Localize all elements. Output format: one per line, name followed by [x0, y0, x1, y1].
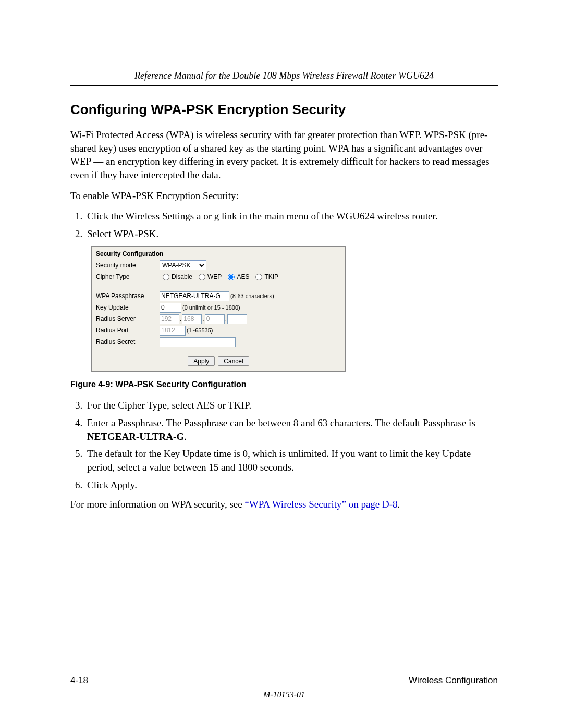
cancel-button[interactable]: Cancel	[218, 356, 249, 366]
document-page: Reference Manual for the Double 108 Mbps…	[0, 0, 563, 728]
label-key-update: Key Update	[96, 304, 160, 311]
step-4-pre: Enter a Passphrase. The Passphrase can b…	[87, 417, 475, 428]
label-passphrase: WPA Passphrase	[96, 292, 160, 300]
steps-list-top: Click the Wireless Settings a or g link …	[70, 209, 498, 240]
radius-port-note: (1~65535)	[187, 327, 213, 334]
radius-port-input[interactable]	[160, 326, 186, 336]
cipher-tkip-radio[interactable]	[255, 274, 262, 280]
ip-octet-4[interactable]	[227, 314, 247, 324]
running-head: Reference Manual for the Double 108 Mbps…	[70, 70, 498, 85]
label-security-mode: Security mode	[96, 262, 160, 269]
cipher-wep-label: WEP	[207, 273, 222, 280]
cipher-aes-radio[interactable]	[228, 274, 235, 280]
radius-server-ip: ...	[160, 314, 247, 324]
apply-button[interactable]: Apply	[188, 356, 215, 366]
panel-divider	[96, 286, 341, 286]
section-heading: Configuring WPA-PSK Encryption Security	[70, 102, 498, 118]
step-4: Enter a Passphrase. The Passphrase can b…	[85, 416, 498, 443]
footer-section: Wireless Configuration	[409, 675, 498, 686]
label-radius-secret: Radius Secret	[96, 338, 160, 346]
header-rule	[70, 85, 498, 86]
step-3: For the Cipher Type, select AES or TKIP.	[85, 399, 498, 412]
label-cipher-type: Cipher Type	[96, 273, 160, 280]
cipher-tkip-label: TKIP	[264, 273, 278, 280]
passphrase-note: (8-63 characters)	[230, 293, 274, 299]
key-update-note: (0 unlimit or 15 - 1800)	[182, 304, 240, 311]
ip-octet-1[interactable]	[160, 314, 179, 324]
figure-container: Security Configuration Security mode WPA…	[91, 246, 498, 372]
security-mode-select[interactable]: WPA-PSK	[160, 260, 206, 270]
screenshot-panel: Security Configuration Security mode WPA…	[91, 246, 346, 372]
panel-title: Security Configuration	[96, 250, 341, 257]
key-update-input[interactable]	[160, 303, 181, 313]
step-4-post: .	[184, 431, 187, 442]
steps-list-bottom: For the Cipher Type, select AES or TKIP.…	[70, 399, 498, 491]
step-1: Click the Wireless Settings a or g link …	[85, 209, 498, 223]
step-6: Click Apply.	[85, 478, 498, 492]
panel-divider-2	[96, 351, 341, 351]
closing-post: .	[398, 499, 400, 510]
cipher-wep-radio[interactable]	[199, 274, 205, 280]
wpa-security-link[interactable]: “WPA Wireless Security” on page D-8	[244, 499, 397, 510]
cipher-options: Disable WEP AES TKIP	[160, 273, 278, 280]
page-footer: 4-18 Wireless Configuration M-10153-01	[70, 672, 498, 699]
lead-in: To enable WPA-PSK Encryption Security:	[70, 189, 498, 203]
ip-octet-3[interactable]	[205, 314, 225, 324]
label-radius-port: Radius Port	[96, 327, 160, 334]
page-number: 4-18	[70, 675, 88, 686]
closing-paragraph: For more information on WPA security, se…	[70, 498, 498, 511]
step-5: The default for the Key Update time is 0…	[85, 447, 498, 474]
cipher-disable-label: Disable	[172, 273, 192, 280]
passphrase-input[interactable]	[160, 291, 229, 301]
cipher-disable-radio[interactable]	[163, 274, 169, 280]
label-radius-server: Radius Server	[96, 315, 160, 323]
step-2: Select WPA-PSK.	[85, 227, 498, 241]
ip-octet-2[interactable]	[182, 314, 202, 324]
closing-pre: For more information on WPA security, se…	[70, 499, 244, 510]
step-4-bold: NETGEAR-ULTRA-G	[87, 431, 184, 442]
cipher-aes-label: AES	[237, 273, 249, 280]
radius-secret-input[interactable]	[160, 337, 236, 347]
figure-caption: Figure 4-9: WPA-PSK Security Configurati…	[70, 380, 498, 389]
intro-paragraph: Wi-Fi Protected Access (WPA) is wireless…	[70, 128, 498, 182]
doc-number: M-10153-01	[70, 690, 498, 699]
